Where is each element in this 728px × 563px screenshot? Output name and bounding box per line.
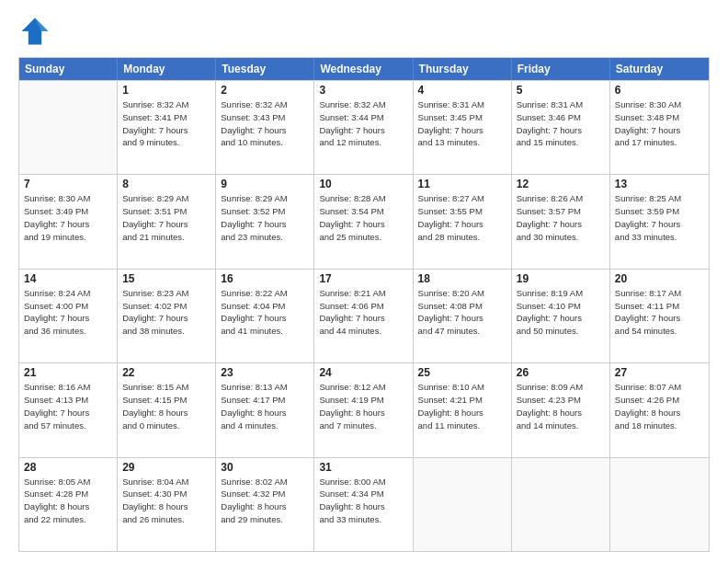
day-info: Sunrise: 8:12 AMSunset: 4:19 PMDaylight:… xyxy=(319,381,407,431)
day-cell-4: 4Sunrise: 8:31 AMSunset: 3:45 PMDaylight… xyxy=(414,81,512,174)
day-info: Sunrise: 8:32 AMSunset: 3:43 PMDaylight:… xyxy=(221,98,309,149)
day-info: Sunrise: 8:23 AMSunset: 4:02 PMDaylight:… xyxy=(122,287,210,338)
day-cell-29: 29Sunrise: 8:04 AMSunset: 4:30 PMDayligh… xyxy=(118,458,216,551)
day-number: 26 xyxy=(517,366,605,379)
day-number: 27 xyxy=(615,366,704,379)
day-info: Sunrise: 8:30 AMSunset: 3:48 PMDaylight:… xyxy=(615,98,704,149)
day-info: Sunrise: 8:07 AMSunset: 4:26 PMDaylight:… xyxy=(615,381,704,431)
header xyxy=(18,15,710,48)
day-number: 13 xyxy=(615,178,704,190)
day-cell-30: 30Sunrise: 8:02 AMSunset: 4:32 PMDayligh… xyxy=(216,458,314,551)
day-cell-23: 23Sunrise: 8:13 AMSunset: 4:17 PMDayligh… xyxy=(216,363,314,456)
day-cell-24: 24Sunrise: 8:12 AMSunset: 4:19 PMDayligh… xyxy=(314,363,413,456)
day-number: 5 xyxy=(517,84,605,97)
day-number: 3 xyxy=(319,84,407,97)
header-cell-thursday: Thursday xyxy=(414,58,512,80)
day-info: Sunrise: 8:22 AMSunset: 4:04 PMDaylight:… xyxy=(221,287,309,338)
day-info: Sunrise: 8:24 AMSunset: 4:00 PMDaylight:… xyxy=(24,287,112,338)
day-number: 31 xyxy=(319,461,407,474)
day-number: 28 xyxy=(24,461,112,474)
day-cell-17: 17Sunrise: 8:21 AMSunset: 4:06 PMDayligh… xyxy=(314,270,413,362)
day-info: Sunrise: 8:20 AMSunset: 4:08 PMDaylight:… xyxy=(418,287,506,338)
day-info: Sunrise: 8:30 AMSunset: 3:49 PMDaylight:… xyxy=(24,192,112,243)
header-cell-monday: Monday xyxy=(118,58,216,80)
calendar-body: 1Sunrise: 8:32 AMSunset: 3:41 PMDaylight… xyxy=(19,80,709,551)
day-cell-27: 27Sunrise: 8:07 AMSunset: 4:26 PMDayligh… xyxy=(610,363,709,456)
day-number: 17 xyxy=(319,272,407,285)
day-number: 29 xyxy=(122,461,210,474)
day-info: Sunrise: 8:27 AMSunset: 3:55 PMDaylight:… xyxy=(418,192,506,243)
calendar: SundayMondayTuesdayWednesdayThursdayFrid… xyxy=(18,57,710,552)
header-cell-tuesday: Tuesday xyxy=(216,58,314,80)
day-number: 10 xyxy=(319,178,407,190)
day-cell-18: 18Sunrise: 8:20 AMSunset: 4:08 PMDayligh… xyxy=(414,270,512,362)
day-info: Sunrise: 8:26 AMSunset: 3:57 PMDaylight:… xyxy=(517,192,605,243)
day-info: Sunrise: 8:32 AMSunset: 3:44 PMDaylight:… xyxy=(319,98,407,149)
day-info: Sunrise: 8:28 AMSunset: 3:54 PMDaylight:… xyxy=(319,192,407,243)
day-cell-2: 2Sunrise: 8:32 AMSunset: 3:43 PMDaylight… xyxy=(216,81,314,174)
day-number: 22 xyxy=(122,366,210,379)
day-number: 25 xyxy=(418,366,506,379)
week-row-4: 21Sunrise: 8:16 AMSunset: 4:13 PMDayligh… xyxy=(19,362,709,456)
day-info: Sunrise: 8:15 AMSunset: 4:15 PMDaylight:… xyxy=(122,381,210,431)
day-cell-26: 26Sunrise: 8:09 AMSunset: 4:23 PMDayligh… xyxy=(512,363,610,456)
day-cell-31: 31Sunrise: 8:00 AMSunset: 4:34 PMDayligh… xyxy=(314,458,413,551)
day-number: 11 xyxy=(418,178,506,190)
week-row-1: 1Sunrise: 8:32 AMSunset: 3:41 PMDaylight… xyxy=(19,80,709,174)
calendar-header-row: SundayMondayTuesdayWednesdayThursdayFrid… xyxy=(19,58,709,80)
day-number: 4 xyxy=(418,84,506,97)
day-number: 19 xyxy=(517,272,605,285)
empty-cell xyxy=(512,458,610,551)
day-info: Sunrise: 8:09 AMSunset: 4:23 PMDaylight:… xyxy=(517,381,605,431)
day-info: Sunrise: 8:19 AMSunset: 4:10 PMDaylight:… xyxy=(517,287,605,338)
day-cell-7: 7Sunrise: 8:30 AMSunset: 3:49 PMDaylight… xyxy=(19,175,118,268)
day-info: Sunrise: 8:02 AMSunset: 4:32 PMDaylight:… xyxy=(221,476,309,526)
day-cell-16: 16Sunrise: 8:22 AMSunset: 4:04 PMDayligh… xyxy=(216,270,314,362)
week-row-5: 28Sunrise: 8:05 AMSunset: 4:28 PMDayligh… xyxy=(19,457,709,551)
day-info: Sunrise: 8:25 AMSunset: 3:59 PMDaylight:… xyxy=(615,192,704,243)
week-row-2: 7Sunrise: 8:30 AMSunset: 3:49 PMDaylight… xyxy=(19,174,709,268)
day-number: 7 xyxy=(24,178,112,190)
day-cell-13: 13Sunrise: 8:25 AMSunset: 3:59 PMDayligh… xyxy=(610,175,709,268)
day-number: 15 xyxy=(122,272,210,285)
day-number: 24 xyxy=(319,366,407,379)
day-number: 12 xyxy=(517,178,605,190)
header-cell-saturday: Saturday xyxy=(610,58,709,80)
day-info: Sunrise: 8:21 AMSunset: 4:06 PMDaylight:… xyxy=(319,287,407,338)
day-info: Sunrise: 8:16 AMSunset: 4:13 PMDaylight:… xyxy=(24,381,112,431)
day-cell-12: 12Sunrise: 8:26 AMSunset: 3:57 PMDayligh… xyxy=(512,175,610,268)
empty-cell xyxy=(610,458,709,551)
day-info: Sunrise: 8:29 AMSunset: 3:51 PMDaylight:… xyxy=(122,192,210,243)
day-info: Sunrise: 8:17 AMSunset: 4:11 PMDaylight:… xyxy=(615,287,704,338)
day-cell-15: 15Sunrise: 8:23 AMSunset: 4:02 PMDayligh… xyxy=(118,270,216,362)
day-number: 16 xyxy=(221,272,309,285)
day-cell-19: 19Sunrise: 8:19 AMSunset: 4:10 PMDayligh… xyxy=(512,270,610,362)
day-cell-20: 20Sunrise: 8:17 AMSunset: 4:11 PMDayligh… xyxy=(610,270,709,362)
day-info: Sunrise: 8:31 AMSunset: 3:45 PMDaylight:… xyxy=(418,98,506,149)
day-number: 18 xyxy=(418,272,506,285)
page: SundayMondayTuesdayWednesdayThursdayFrid… xyxy=(0,0,728,563)
day-info: Sunrise: 8:29 AMSunset: 3:52 PMDaylight:… xyxy=(221,192,309,243)
empty-cell xyxy=(414,458,512,551)
day-cell-6: 6Sunrise: 8:30 AMSunset: 3:48 PMDaylight… xyxy=(610,81,709,174)
week-row-3: 14Sunrise: 8:24 AMSunset: 4:00 PMDayligh… xyxy=(19,269,709,362)
day-info: Sunrise: 8:32 AMSunset: 3:41 PMDaylight:… xyxy=(122,98,210,149)
day-cell-28: 28Sunrise: 8:05 AMSunset: 4:28 PMDayligh… xyxy=(19,458,118,551)
day-info: Sunrise: 8:31 AMSunset: 3:46 PMDaylight:… xyxy=(517,98,605,149)
day-cell-25: 25Sunrise: 8:10 AMSunset: 4:21 PMDayligh… xyxy=(414,363,512,456)
day-number: 23 xyxy=(221,366,309,379)
day-cell-8: 8Sunrise: 8:29 AMSunset: 3:51 PMDaylight… xyxy=(118,175,216,268)
day-info: Sunrise: 8:00 AMSunset: 4:34 PMDaylight:… xyxy=(319,476,407,526)
day-number: 9 xyxy=(221,178,309,190)
day-number: 14 xyxy=(24,272,112,285)
header-cell-friday: Friday xyxy=(512,58,610,80)
day-number: 1 xyxy=(122,84,210,97)
day-number: 2 xyxy=(221,84,309,97)
header-cell-wednesday: Wednesday xyxy=(314,58,413,80)
day-cell-3: 3Sunrise: 8:32 AMSunset: 3:44 PMDaylight… xyxy=(314,81,413,174)
empty-cell xyxy=(19,81,118,174)
header-cell-sunday: Sunday xyxy=(19,58,118,80)
day-info: Sunrise: 8:10 AMSunset: 4:21 PMDaylight:… xyxy=(418,381,506,431)
day-info: Sunrise: 8:04 AMSunset: 4:30 PMDaylight:… xyxy=(122,476,210,526)
day-number: 21 xyxy=(24,366,112,379)
